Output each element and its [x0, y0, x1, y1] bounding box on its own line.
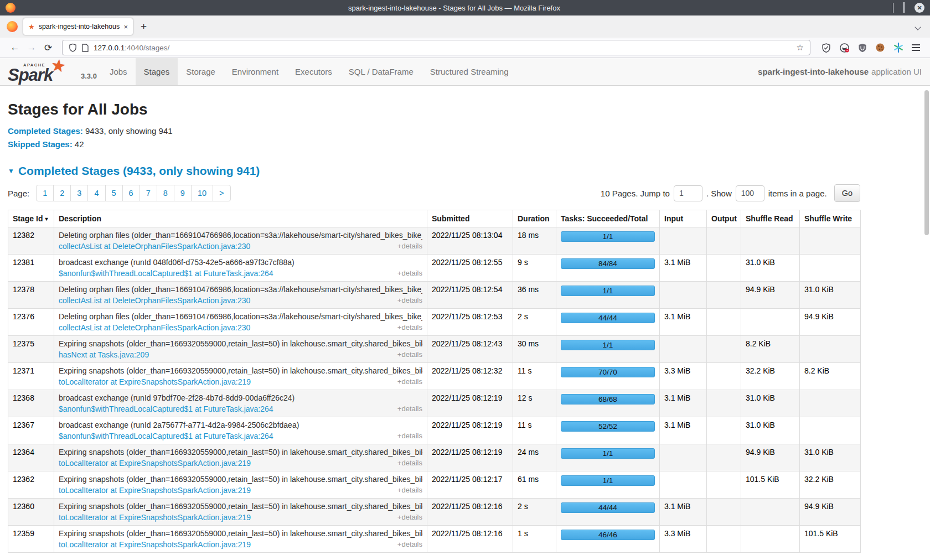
column-header-shuffle-read[interactable]: Shuffle Read — [741, 210, 800, 227]
shuffle-write-cell: 101.5 KiB — [800, 526, 861, 553]
page-button-3[interactable]: 3 — [70, 185, 88, 201]
stage-detail-link[interactable]: $anonfun$withThreadLocalCaptured$1 at Fu… — [59, 269, 273, 278]
nav-item-executors[interactable]: Executors — [287, 58, 340, 85]
extension-cookie-icon[interactable] — [875, 43, 885, 53]
forward-button[interactable]: → — [23, 42, 40, 53]
tab-close-icon[interactable]: × — [123, 23, 128, 31]
column-header-shuffle-write[interactable]: Shuffle Write — [800, 210, 861, 227]
description-cell: Deleting orphan files (older_than=166910… — [54, 282, 427, 309]
nav-item-stages[interactable]: Stages — [136, 58, 178, 85]
shuffle-write-cell — [800, 227, 861, 255]
browser-tab[interactable]: ★ spark-ingest-into-lakehous × — [23, 18, 133, 35]
extension-mask-icon[interactable] — [839, 43, 850, 53]
page-button-9[interactable]: 9 — [174, 185, 192, 201]
page-button-4[interactable]: 4 — [87, 185, 105, 201]
stage-detail-link[interactable]: toLocalIterator at ExpireSnapshotsSparkA… — [59, 377, 251, 386]
page-button-10[interactable]: 10 — [191, 185, 213, 201]
nav-item-storage[interactable]: Storage — [178, 58, 224, 85]
back-button[interactable]: ← — [7, 42, 23, 53]
spark-logo[interactable]: APACHE Spark ★ — [8, 58, 73, 85]
bookmark-star-icon[interactable]: ☆ — [797, 43, 804, 53]
column-header-input[interactable]: Input — [660, 210, 707, 227]
tasks-progress-bar: 1/1 — [561, 475, 655, 486]
sort-arrow-icon: ▾ — [45, 216, 48, 222]
stage-detail-link[interactable]: collectAsList at DeleteOrphanFilesSparkA… — [59, 242, 250, 251]
spark-wordmark: Spark — [8, 68, 53, 82]
details-toggle[interactable]: +details — [397, 296, 422, 305]
spark-favicon-icon: ★ — [28, 23, 35, 31]
details-toggle[interactable]: +details — [397, 405, 422, 413]
column-header-description[interactable]: Description — [54, 210, 427, 227]
column-header-duration[interactable]: Duration — [513, 210, 556, 227]
list-all-tabs-button[interactable] — [916, 22, 924, 32]
skipped-stages-stat: Skipped Stages: 42 — [8, 139, 922, 149]
page-button-6[interactable]: 6 — [122, 185, 140, 201]
next-page-button[interactable]: > — [213, 185, 230, 201]
input-cell — [660, 444, 707, 471]
tasks-progress-bar: 70/70 — [561, 367, 655, 377]
stage-row-12378: 12378Deleting orphan files (older_than=1… — [8, 282, 861, 309]
column-header-submitted[interactable]: Submitted — [427, 210, 513, 227]
page-button-8[interactable]: 8 — [157, 185, 174, 201]
output-cell — [707, 227, 741, 255]
stage-detail-link[interactable]: collectAsList at DeleteOrphanFilesSparkA… — [59, 323, 250, 332]
completed-stages-section-header[interactable]: ▼Completed Stages (9433, only showing 94… — [8, 164, 922, 178]
stage-detail-link[interactable]: toLocalIterator at ExpireSnapshotsSparkA… — [59, 459, 251, 468]
nav-item-sql-dataframe[interactable]: SQL / DataFrame — [340, 58, 422, 85]
firefox-view-icon[interactable] — [7, 21, 18, 32]
page-button-7[interactable]: 7 — [140, 185, 157, 201]
extension-colorful-asterisk-icon[interactable] — [893, 43, 903, 53]
nav-item-jobs[interactable]: Jobs — [101, 58, 136, 85]
window-minimize-button[interactable] — [893, 3, 893, 13]
scrollbar-thumb[interactable] — [924, 90, 929, 235]
details-toggle[interactable]: +details — [397, 513, 422, 522]
jump-to-page-input[interactable] — [674, 185, 702, 201]
details-toggle[interactable]: +details — [397, 486, 422, 495]
new-tab-button[interactable]: + — [133, 20, 154, 33]
page-button-5[interactable]: 5 — [105, 185, 123, 201]
details-toggle[interactable]: +details — [397, 242, 422, 251]
stage-detail-link[interactable]: toLocalIterator at ExpireSnapshotsSparkA… — [59, 513, 251, 522]
stage-detail-link[interactable]: hasNext at Tasks.java:209 — [59, 350, 149, 359]
output-cell — [707, 526, 741, 553]
window-close-button[interactable]: ✕ — [914, 3, 924, 13]
shuffle-write-cell: 94.9 KiB — [800, 309, 861, 336]
shuffle-write-cell — [800, 417, 861, 444]
stage-description: Expiring snapshots (older_than=166932055… — [59, 366, 422, 375]
extension-shield-check-icon[interactable] — [822, 43, 831, 53]
output-cell — [707, 255, 741, 282]
window-maximize-button[interactable] — [903, 3, 905, 13]
items-per-page-input[interactable] — [736, 185, 764, 201]
go-button[interactable]: Go — [834, 184, 860, 202]
reload-button[interactable]: ⟳ — [40, 42, 56, 54]
tasks-progress-bar: 84/84 — [561, 258, 655, 269]
page-button-1[interactable]: 1 — [36, 185, 54, 201]
url-bar[interactable]: 127.0.0.1:4040/stages/ ☆ — [62, 40, 810, 55]
stages-table: Stage Id▾DescriptionSubmittedDurationTas… — [8, 210, 861, 553]
details-toggle[interactable]: +details — [397, 350, 422, 359]
details-toggle[interactable]: +details — [397, 377, 422, 386]
details-toggle[interactable]: +details — [397, 323, 422, 332]
menu-icon[interactable] — [912, 43, 920, 53]
url-text[interactable]: 127.0.0.1:4040/stages/ — [94, 44, 169, 52]
details-toggle[interactable]: +details — [397, 269, 422, 278]
stage-detail-link[interactable]: $anonfun$withThreadLocalCaptured$1 at Fu… — [59, 432, 273, 440]
extension-ublock-shield-icon[interactable] — [858, 43, 867, 53]
stage-detail-link[interactable]: $anonfun$withThreadLocalCaptured$1 at Fu… — [59, 405, 273, 413]
details-toggle[interactable]: +details — [397, 540, 422, 549]
tracking-protection-shield-icon[interactable] — [69, 43, 77, 52]
stage-detail-link[interactable]: collectAsList at DeleteOrphanFilesSparkA… — [59, 296, 250, 305]
details-toggle[interactable]: +details — [397, 432, 422, 440]
nav-item-structured-streaming[interactable]: Structured Streaming — [422, 58, 517, 85]
page-button-2[interactable]: 2 — [53, 185, 71, 201]
stage-id-cell: 12364 — [8, 444, 54, 471]
stage-detail-link[interactable]: toLocalIterator at ExpireSnapshotsSparkA… — [59, 486, 251, 495]
details-toggle[interactable]: +details — [397, 459, 422, 468]
output-cell — [707, 363, 741, 390]
column-header-stage-id[interactable]: Stage Id▾ — [8, 210, 54, 227]
column-header-tasks-succeeded-total[interactable]: Tasks: Succeeded/Total — [556, 210, 660, 227]
column-header-output[interactable]: Output — [707, 210, 741, 227]
page-info-icon[interactable] — [82, 44, 89, 52]
stage-detail-link[interactable]: toLocalIterator at ExpireSnapshotsSparkA… — [59, 540, 251, 549]
nav-item-environment[interactable]: Environment — [224, 58, 287, 85]
